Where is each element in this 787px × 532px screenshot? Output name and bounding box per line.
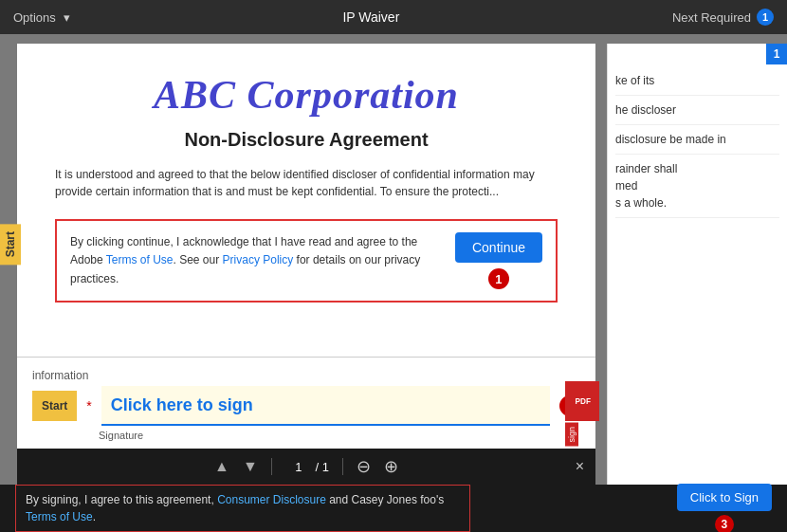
signature-row: Start * Click here to sign 2: [32, 386, 580, 426]
click-to-sign-wrap: Click to Sign 3: [677, 484, 772, 533]
right-panel-content: ke of its he discloser disclosure be mad…: [608, 44, 787, 233]
document-body: It is understood and agreed to that the …: [55, 166, 558, 200]
bottom-consent-bar: By signing, I agree to this agreement, C…: [0, 485, 787, 532]
options-menu[interactable]: Options: [13, 10, 70, 25]
pdf-icon[interactable]: PDF: [565, 381, 599, 421]
close-button[interactable]: ×: [576, 458, 584, 475]
consent-text: By clicking continue, I acknowledge that…: [70, 233, 444, 288]
next-required-label: Next Required: [672, 10, 751, 25]
pdf-sign-tab: sign: [565, 423, 578, 447]
toolbar-divider-1: [271, 458, 272, 475]
bottom-consent-before: By signing, I agree to this agreement,: [26, 493, 217, 506]
consent-text-middle: . See our: [174, 253, 223, 266]
privacy-policy-link[interactable]: Privacy Policy: [223, 253, 294, 266]
company-logo: ABC Corporation: [55, 72, 558, 118]
terms-of-use-link[interactable]: Terms of Use: [106, 253, 174, 266]
document-title-heading: Non-Disclosure Agreement: [55, 129, 558, 151]
consumer-disclosure-link[interactable]: Consumer Disclosure: [217, 493, 326, 506]
bottom-consent-middle: and Casey Jones foo's: [326, 493, 444, 506]
bottom-terms-link[interactable]: Terms of Use: [26, 510, 93, 523]
page-up-button[interactable]: ▲: [214, 458, 229, 475]
top-toolbar: Options IP Waiver Next Required 1: [0, 0, 787, 34]
zoom-in-button[interactable]: ⊕: [384, 458, 398, 475]
right-panel-line-2: he discloser: [615, 101, 779, 125]
required-mark: *: [86, 398, 91, 413]
document-title: IP Waiver: [342, 9, 399, 25]
right-panel: 1 ke of its he discloser disclosure be m…: [607, 44, 787, 532]
signature-info-label: information: [32, 369, 580, 382]
next-required-badge: 1: [757, 9, 774, 26]
options-chevron-icon: [60, 10, 70, 25]
signature-label: Signature: [99, 430, 580, 441]
right-panel-badge: 1: [766, 44, 787, 64]
signature-section: information Start * Click here to sign 2…: [17, 358, 595, 447]
pdf-logo-icon: PDF: [574, 393, 591, 410]
right-panel-line-4: rainder shallmeds a whole.: [615, 160, 779, 218]
click-here-to-sign[interactable]: Click here to sign: [101, 386, 550, 426]
document-area: Start ABC Corporation Non-Disclosure Agr…: [0, 34, 787, 532]
svg-text:PDF: PDF: [576, 397, 592, 406]
page-input-wrap: / 1: [285, 460, 329, 474]
continue-button[interactable]: Continue: [455, 232, 542, 263]
document-content: ABC Corporation Non-Disclosure Agreement…: [17, 44, 595, 321]
bottom-consent-text: By signing, I agree to this agreement, C…: [15, 485, 470, 532]
options-label: Options: [13, 10, 56, 25]
toolbar-divider-2: [342, 458, 343, 475]
right-panel-line-3: disclosure be made in: [615, 131, 779, 155]
start-tab[interactable]: Start: [0, 224, 21, 265]
step3-badge: 3: [715, 515, 734, 533]
signature-overlay: information Start * Click here to sign 2…: [17, 357, 595, 447]
next-required-button[interactable]: Next Required 1: [672, 9, 774, 26]
page-total: 1: [322, 460, 329, 474]
pdf-icon-wrap: PDF sign: [565, 381, 599, 447]
page-number-input[interactable]: [285, 460, 312, 474]
right-panel-line-1: ke of its: [615, 72, 779, 96]
click-to-sign-button[interactable]: Click to Sign: [677, 484, 772, 511]
signature-start-button[interactable]: Start: [32, 391, 77, 421]
page-down-button[interactable]: ▼: [243, 458, 258, 475]
zoom-out-button[interactable]: ⊖: [357, 458, 371, 475]
continue-wrap: Continue 1: [455, 232, 542, 289]
bottom-consent-after: .: [93, 510, 96, 523]
bottom-toolbar: ▲ ▼ / 1 ⊖ ⊕ ×: [17, 449, 595, 485]
consent-box: By clicking continue, I acknowledge that…: [55, 219, 558, 303]
step1-badge: 1: [488, 268, 509, 289]
